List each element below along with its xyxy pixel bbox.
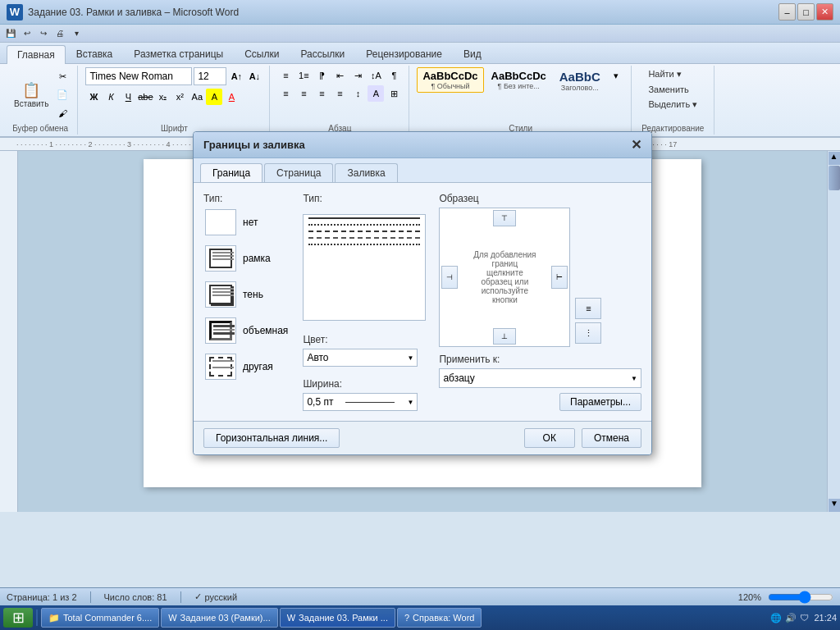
sample-inner-vert-button[interactable]: ⋮ [575,322,601,344]
footer-right: ОК Отмена [524,428,641,448]
horizontal-line-button[interactable]: Горизонтальная линия... [203,428,340,448]
apply-to-value: абзацу [443,372,474,384]
width-label: Ширина: [303,378,426,390]
cancel-button[interactable]: Отмена [582,428,641,448]
sample-top-border-button[interactable]: ⊤ [493,210,516,226]
type-section-label: Тип: [203,193,290,204]
line-style-dash-dot[interactable] [304,241,425,248]
border-custom-icon [205,354,236,380]
apply-to-label: Применить к: [439,354,641,365]
sample-inner-horiz-button[interactable]: ≡ [575,298,601,319]
sample-bottom-border-button[interactable]: ⊥ [493,328,516,345]
params-button-container: Параметры... [439,393,641,411]
line-style-dashed2[interactable] [304,235,425,241]
border-type-custom[interactable]: другая [203,352,290,381]
sample-label: Образец [439,193,641,204]
line-style-dotted[interactable] [304,221,425,228]
border-shadow-label: тень [243,289,263,300]
dialog-tabs: Граница Страница Заливка [194,158,651,183]
params-button[interactable]: Параметры... [559,393,641,411]
border-3d-label: объемная [243,325,288,336]
border-none-icon [205,209,236,235]
line-style-section: Тип: Цвет: Авто ▼ [303,193,426,411]
color-value: Авто [307,352,328,363]
border-type-box[interactable]: рамка [203,244,290,273]
dialog-main-row: Тип: [203,193,641,411]
width-dropdown-arrow: ▼ [407,399,413,406]
sample-right-border-button[interactable]: ⊢ [551,266,568,289]
dialog-body: Тип: [194,183,651,421]
tab-fill[interactable]: Заливка [335,163,397,182]
border-shadow-icon [205,281,236,308]
border-types-list: нет [203,208,290,381]
width-value: 0,5 пт [307,396,333,408]
apply-to-arrow: ▼ [631,375,637,382]
width-dropdown[interactable]: 0,5 пт ▼ [303,393,418,411]
dialog-title-bar: Границы и заливка ✕ [194,132,651,158]
border-box-icon [205,245,236,272]
border-3d-icon [205,317,236,344]
color-dropdown-arrow: ▼ [407,354,413,362]
dialog-footer: Горизонтальная линия... ОК Отмена [194,421,651,454]
line-style-list[interactable] [303,214,426,321]
sample-section: Образец ⊤ ⊥ ⊣ [439,193,641,411]
border-box-label: рамка [243,253,271,264]
border-type-shadow[interactable]: тень [203,280,290,309]
dialog-overlay: Границы и заливка ✕ Граница Страница Зал… [0,0,840,630]
border-none-label: нет [243,217,258,228]
sample-area: ⊤ ⊥ ⊣ ⊢ [439,208,570,347]
sample-left-border-button[interactable]: ⊣ [441,266,458,289]
borders-dialog: Границы и заливка ✕ Граница Страница Зал… [193,131,652,455]
dialog-close-button[interactable]: ✕ [631,137,641,153]
border-type-none[interactable]: нет [203,208,290,237]
color-label: Цвет: [303,334,426,345]
apply-to-dropdown[interactable]: абзацу ▼ [439,368,641,388]
ok-button[interactable]: ОК [524,428,575,448]
border-custom-label: другая [243,361,273,372]
tab-border[interactable]: Граница [200,163,262,182]
apply-to-section: Применить к: абзацу ▼ [439,354,641,388]
line-style-solid[interactable] [304,215,425,221]
border-type-3d[interactable]: объемная [203,316,290,345]
line-type-label: Тип: [303,193,426,204]
sample-description: Для добавления границ щелкните образец и… [472,250,537,304]
line-style-dashed1[interactable] [304,228,425,235]
color-dropdown[interactable]: Авто ▼ [303,349,418,367]
tab-page[interactable]: Страница [264,163,333,182]
type-section: Тип: [203,193,290,411]
dialog-title-text: Границы и заливка [203,139,305,151]
